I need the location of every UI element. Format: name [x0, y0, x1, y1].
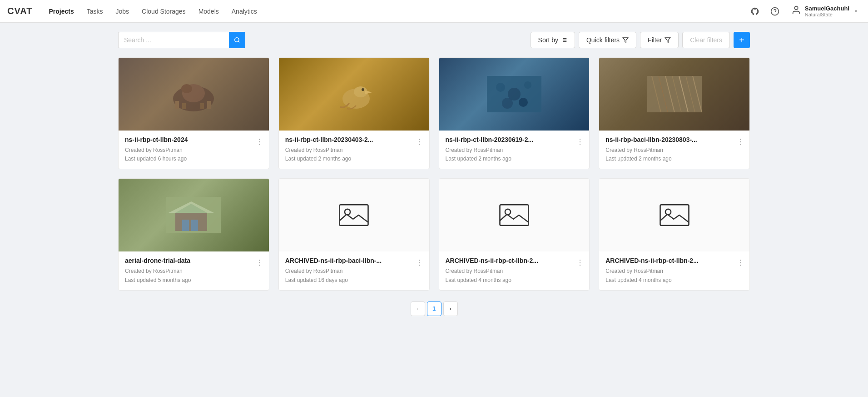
project-menu-button[interactable]: ⋮: [415, 136, 426, 147]
project-card[interactable]: ARCHIVED-ns-ii-rbp-ct-llbn-2... Created …: [599, 178, 750, 290]
user-name: SamuelGachuhi: [805, 5, 849, 12]
quick-filters-label: Quick filters: [586, 36, 620, 44]
project-created-by: Created by RossPitman: [446, 267, 583, 276]
svg-point-49: [665, 209, 671, 215]
sort-icon: [561, 37, 567, 43]
svg-rect-44: [340, 205, 368, 226]
nav-links: Projects Tasks Jobs Cloud Storages Model…: [43, 5, 747, 18]
project-card[interactable]: ARCHIVED-ns-ii-rbp-baci-llbn-... Created…: [278, 178, 430, 290]
svg-rect-18: [200, 103, 204, 109]
project-info: ARCHIVED-ns-ii-rbp-ct-llbn-2... Created …: [439, 251, 590, 290]
nav-analytics[interactable]: Analytics: [226, 5, 263, 18]
prev-page-button[interactable]: ‹: [411, 302, 425, 316]
project-title: ARCHIVED-ns-ii-rbp-ct-llbn-2...: [605, 257, 743, 264]
project-thumbnail-placeholder: [279, 179, 429, 251]
project-menu-button[interactable]: ⋮: [575, 136, 585, 147]
add-icon: +: [739, 35, 744, 45]
nav-cloud-storages[interactable]: Cloud Storages: [136, 5, 191, 18]
project-info: ns-ii-rbp-baci-llbn-20230803-... Created…: [599, 131, 749, 169]
user-text: SamuelGachuhi NaturalState: [805, 5, 849, 17]
clear-filters-button[interactable]: Clear filters: [682, 32, 730, 48]
project-card[interactable]: ns-ii-rbp-ct-llbn-2024 Created by RossPi…: [118, 57, 269, 169]
nav-models[interactable]: Models: [193, 5, 224, 18]
filter-button[interactable]: Filter: [640, 32, 679, 48]
project-title: aerial-drone-trial-data: [125, 257, 263, 264]
svg-point-29: [519, 98, 528, 107]
main-content: Sort by Quick filters Filter Clear fil: [0, 23, 868, 397]
filter-label: Filter: [648, 36, 662, 44]
project-meta: Created by RossPitman Last updated 2 mon…: [446, 146, 583, 163]
nav-jobs[interactable]: Jobs: [110, 5, 135, 18]
search-input[interactable]: [118, 32, 229, 48]
toolbar: Sort by Quick filters Filter Clear fil: [118, 32, 750, 48]
project-created-by: Created by RossPitman: [605, 146, 743, 155]
project-updated: Last updated 2 months ago: [605, 155, 743, 163]
project-updated: Last updated 2 months ago: [446, 155, 583, 163]
search-container: [118, 32, 245, 48]
filter-icon: [665, 37, 671, 43]
project-meta: Created by RossPitman Last updated 2 mon…: [605, 146, 743, 163]
svg-rect-17: [182, 103, 186, 109]
project-card[interactable]: ns-ii-rbp-baci-llbn-20230803-... Created…: [599, 57, 750, 169]
project-thumbnail-placeholder: [599, 179, 749, 251]
project-created-by: Created by RossPitman: [125, 267, 263, 276]
project-updated: Last updated 4 months ago: [446, 276, 583, 285]
project-updated: Last updated 4 months ago: [605, 276, 743, 285]
project-menu-button[interactable]: ⋮: [735, 136, 746, 147]
svg-point-23: [362, 88, 364, 91]
add-project-button[interactable]: +: [734, 32, 750, 48]
project-card[interactable]: ns-ii-rbp-ct-llbn-20230619-2... Created …: [439, 57, 590, 169]
project-card[interactable]: ARCHIVED-ns-ii-rbp-ct-llbn-2... Created …: [439, 178, 590, 290]
project-info: ARCHIVED-ns-ii-rbp-ct-llbn-2... Created …: [599, 251, 749, 290]
project-updated: Last updated 5 months ago: [125, 276, 263, 285]
page-1-button[interactable]: 1: [427, 302, 441, 316]
search-button[interactable]: [229, 32, 245, 48]
help-icon[interactable]: [768, 4, 782, 19]
svg-point-15: [181, 84, 192, 93]
project-created-by: Created by RossPitman: [605, 267, 743, 276]
project-menu-button[interactable]: ⋮: [254, 136, 265, 147]
project-meta: Created by RossPitman Last updated 6 hou…: [125, 146, 263, 163]
github-icon[interactable]: [748, 4, 762, 19]
project-meta: Created by RossPitman Last updated 4 mon…: [605, 267, 743, 284]
project-info: aerial-drone-trial-data Created by RossP…: [119, 251, 269, 290]
project-title: ARCHIVED-ns-ii-rbp-ct-llbn-2...: [446, 257, 583, 264]
project-updated: Last updated 6 hours ago: [125, 155, 263, 163]
sort-by-label: Sort by: [538, 36, 558, 44]
project-menu-button[interactable]: ⋮: [575, 257, 585, 268]
svg-point-28: [502, 98, 513, 109]
project-updated: Last updated 16 days ago: [285, 276, 423, 285]
project-created-by: Created by RossPitman: [446, 146, 583, 155]
brand-logo: CVAT: [7, 6, 32, 16]
project-info: ns-ii-rbp-ct-llbn-20230619-2... Created …: [439, 131, 590, 169]
svg-line-4: [238, 41, 240, 43]
next-page-button[interactable]: ›: [443, 302, 458, 316]
sort-by-button[interactable]: Sort by: [531, 32, 575, 48]
user-menu[interactable]: SamuelGachuhi NaturalState ▾: [788, 3, 861, 19]
user-avatar-icon: [791, 5, 801, 17]
svg-point-27: [524, 81, 531, 89]
svg-rect-19: [207, 101, 211, 109]
project-meta: Created by RossPitman Last updated 5 mon…: [125, 267, 263, 284]
project-meta: Created by RossPitman Last updated 2 mon…: [285, 146, 423, 163]
chevron-down-icon: ▾: [855, 9, 857, 14]
project-menu-button[interactable]: ⋮: [735, 257, 746, 268]
project-card[interactable]: aerial-drone-trial-data Created by RossP…: [118, 178, 269, 290]
project-title: ns-ii-rbp-ct-llbn-20230619-2...: [446, 136, 583, 143]
project-thumbnail-placeholder: [439, 179, 590, 251]
filter-funnel-icon: [622, 37, 629, 43]
project-menu-button[interactable]: ⋮: [254, 257, 265, 268]
clear-filters-label: Clear filters: [690, 36, 722, 44]
project-card[interactable]: ns-ii-rbp-ct-llbn-20230403-2... Created …: [278, 57, 430, 169]
navbar-right: SamuelGachuhi NaturalState ▾: [748, 3, 861, 19]
nav-tasks[interactable]: Tasks: [81, 5, 109, 18]
svg-point-2: [794, 6, 798, 10]
nav-projects[interactable]: Projects: [43, 5, 79, 18]
user-org: NaturalState: [805, 12, 849, 17]
project-meta: Created by RossPitman Last updated 4 mon…: [446, 267, 583, 284]
project-created-by: Created by RossPitman: [285, 146, 423, 155]
project-meta: Created by RossPitman Last updated 16 da…: [285, 267, 423, 284]
svg-point-47: [505, 209, 511, 215]
quick-filters-button[interactable]: Quick filters: [579, 32, 636, 48]
project-menu-button[interactable]: ⋮: [415, 257, 426, 268]
